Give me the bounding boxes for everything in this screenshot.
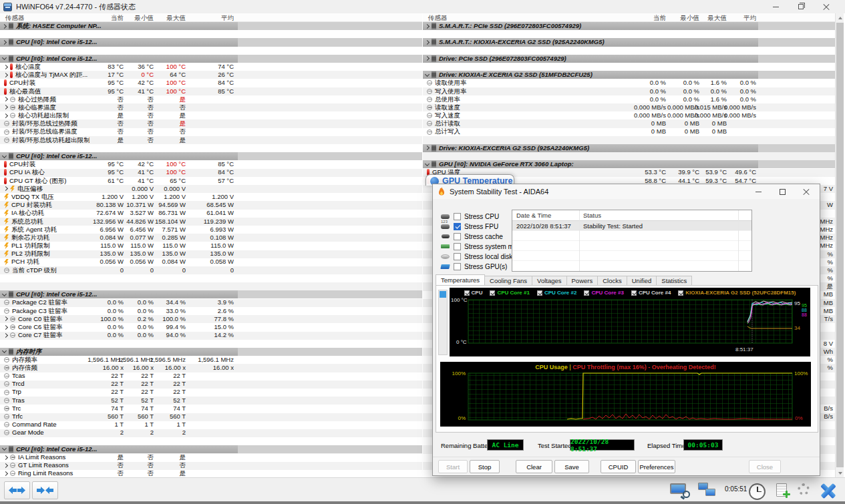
checkbox-checked-icon[interactable]	[537, 290, 542, 296]
sensor-row[interactable]: CPU GT 核心 (图形)61 °C41 °C65 °C57 °C	[0, 177, 422, 185]
expand-icon[interactable]	[4, 455, 8, 459]
sensor-row[interactable]: 当前 cTDP 级别0000	[0, 266, 422, 274]
sensor-row[interactable]: PL1 功耗限制115.0 W115.0 W115.0 W115.0 W	[0, 242, 422, 250]
sensor-row[interactable]: 总计读取0 MB0 MB0 MB	[423, 119, 835, 128]
sensor-row[interactable]: CPU封装95 °C42 °C100 °C84 °C	[0, 79, 422, 87]
checkbox-checked-icon[interactable]	[490, 290, 495, 296]
sensor-row[interactable]: VDDQ TX 电压1.200 V1.200 V1.200 V1.200 V	[0, 193, 422, 201]
close-button[interactable]: Close	[749, 460, 781, 473]
column-sensor[interactable]: 传感器	[5, 13, 25, 22]
sensor-row[interactable]: Core C7 驻留率0.0 %0.0 %94.0 %14.2 %	[0, 331, 422, 339]
sensor-row[interactable]: 总计写入0 MB0 MB0 MB	[423, 128, 835, 136]
sensor-row[interactable]: PCH 功耗0.056 W0.056 W0.084 W0.058 W	[0, 258, 422, 266]
sensor-row[interactable]: Core C6 驻留率0.0 %0.0 %99.4 %15.0 %	[0, 323, 422, 331]
sensor-row[interactable]: 剩余芯片功耗0.084 W0.077 W0.285 W0.108 W	[0, 234, 422, 242]
sensor-row[interactable]: 总使用率0.0 %0.0 %1.6 %0.0 %	[423, 95, 835, 103]
sensor-row[interactable]: 核心最高值95 °C41 °C100 °C85 °C	[0, 87, 422, 95]
sensor-group-row[interactable]: CPU [#0]: Intel Core i5-12...	[0, 445, 422, 453]
checkbox[interactable]	[454, 243, 461, 250]
tab-statistics[interactable]: Statistics	[657, 276, 692, 286]
stop-button[interactable]: Stop	[470, 460, 500, 473]
slider-thumb[interactable]	[440, 291, 446, 298]
collapse-icon[interactable]	[425, 72, 430, 77]
scrollbar-thumb[interactable]	[836, 23, 844, 467]
sensor-row[interactable]: 写入速度0.000 MB/s0.000 MB/s0.000 MB/s0.000 …	[423, 111, 835, 119]
checkbox-checked-icon[interactable]	[631, 290, 637, 296]
tab-powers[interactable]: Powers	[567, 276, 599, 286]
close-sensors-button[interactable]	[819, 481, 842, 499]
expand-icon[interactable]	[4, 97, 8, 101]
sensor-group-row[interactable]: Drive: KIOXIA-EXCERIA G2 SSD (925A2240KM…	[423, 144, 835, 152]
expand-icon[interactable]	[4, 316, 8, 321]
collapse-icon[interactable]	[2, 348, 7, 353]
sensor-row[interactable]: 核心温度与 TjMAX 的距...17 °C0 °C64 °C26 °C	[0, 71, 422, 79]
preferences-button[interactable]: Preferences	[638, 460, 675, 473]
collapse-icon[interactable]	[2, 55, 7, 60]
sensor-row[interactable]: 核心温度83 °C36 °C100 °C74 °C	[0, 63, 422, 71]
chart-scale-slider[interactable]	[438, 290, 448, 355]
collapse-icon[interactable]	[425, 162, 430, 166]
sensor-row[interactable]: Trp22 T22 T22 T	[0, 388, 422, 396]
sensor-row[interactable]: Gear Mode222	[0, 429, 422, 437]
sensor-row[interactable]: 核心功耗超出限制是否是	[0, 111, 422, 119]
sensor-group-row[interactable]: CPU [#0]: Intel Core i5-12...	[0, 38, 422, 46]
scroll-down-button[interactable]	[836, 469, 844, 477]
stress-option-stress-cache[interactable]: Stress cache	[440, 232, 503, 240]
expand-columns-button[interactable]	[4, 481, 30, 499]
sensor-group-row[interactable]: 系统: HASEE Computer NP...	[0, 22, 422, 30]
sensor-scan-button[interactable]	[669, 481, 691, 499]
legend-item[interactable]: CPU Core #4	[631, 290, 671, 296]
column-average[interactable]: 平均	[708, 13, 756, 22]
column-maximum[interactable]: 最大值	[138, 13, 186, 22]
column-header-row[interactable]: 传感器 当前 最小值 最大值 平均	[0, 13, 422, 22]
legend-item[interactable]: KIOXIA-EXCERIA G2 SSD (52UFC28DFM15)	[678, 290, 796, 296]
sensor-row[interactable]: 内存倍频16.00 x16.00 x16.00 x16.00 x	[0, 364, 422, 372]
sensor-row[interactable]: IA 核心功耗72.674 W3.527 W86.731 W61.041 W	[0, 209, 422, 217]
sensor-group-row[interactable]: S.M.A.R.T.: PCIe SSD (296E072803FC005749…	[423, 22, 835, 30]
restore-button[interactable]	[788, 0, 814, 13]
tab-clocks[interactable]: Clocks	[598, 276, 627, 286]
expand-icon[interactable]	[4, 113, 8, 118]
remote-monitoring-button[interactable]	[697, 481, 719, 499]
checkbox[interactable]	[454, 253, 461, 260]
checkbox[interactable]	[454, 223, 461, 230]
scroll-up-button[interactable]	[836, 13, 844, 22]
save-button[interactable]: Save	[554, 460, 589, 473]
sensor-row[interactable]: 核心过热降频否否是	[0, 95, 422, 103]
sensor-row[interactable]: 封装/环形总线过热降频否否是	[0, 119, 422, 128]
sensor-row[interactable]: 核心临界温度否否否	[0, 103, 422, 111]
checkbox-checked-icon[interactable]	[584, 290, 589, 296]
sensor-row[interactable]: Trc74 T74 T74 T	[0, 405, 422, 413]
sensor-row[interactable]: 封装/环形总线功耗超出限制是否是	[0, 136, 422, 144]
sensor-group-row[interactable]: CPU [#0]: Intel Core i5-12...	[0, 55, 422, 63]
close-button[interactable]	[814, 0, 839, 13]
sensor-row[interactable]: 内存频率1,596.1 MHz1,596.1 MHz1,596.5 MHz1,5…	[0, 356, 422, 364]
sensor-row[interactable]: PL2 功耗限制135.0 W135.0 W135.0 W135.0 W	[0, 250, 422, 258]
sensor-row[interactable]: CPU封装95 °C42 °C100 °C85 °C	[0, 160, 422, 168]
sensor-group-row[interactable]: CPU [#0]: Intel Core i5-12...	[0, 290, 422, 298]
test-log-table[interactable]: Date & Time Status 2022/10/28 8:51:37 St…	[512, 210, 752, 272]
expand-icon[interactable]	[4, 471, 8, 476]
checkbox[interactable]	[454, 213, 461, 220]
checkbox[interactable]	[454, 233, 461, 240]
sensor-row[interactable]: CPU 封装功耗80.138 W10.371 W94.569 W68.545 W	[0, 201, 422, 209]
sensor-row[interactable]: 封装/环形总线临界温度否否否	[0, 128, 422, 136]
checkbox-checked-icon[interactable]	[464, 290, 470, 296]
stress-option-stress-fpu[interactable]: Stress FPU	[440, 222, 498, 230]
legend-item[interactable]: CPU	[464, 290, 483, 296]
sensor-group-row[interactable]: S.M.A.R.T.: KIOXIA-EXCERIA G2 SSD (925A2…	[423, 38, 835, 46]
sensor-group-row[interactable]: Drive: PCIe SSD (296E072803FC00574929)	[423, 55, 835, 63]
sensor-row[interactable]: Tras52 T52 T52 T	[0, 397, 422, 405]
column-average[interactable]: 平均	[186, 13, 234, 22]
aida-close-button[interactable]	[796, 184, 817, 199]
checkbox[interactable]	[454, 263, 461, 270]
vertical-scrollbar[interactable]	[835, 13, 844, 477]
legend-item[interactable]: CPU Core #1	[490, 290, 529, 296]
expand-icon[interactable]	[4, 186, 8, 191]
expand-icon[interactable]	[4, 73, 8, 77]
log-row[interactable]: 2022/10/28 8:51:37 Stability Test: Start…	[512, 221, 751, 231]
sensor-row[interactable]: Package C2 驻留率0.0 %0.0 %34.4 %3.9 %	[0, 298, 422, 306]
sensor-row[interactable]: 系统 Agent 功耗6.956 W6.456 W7.571 W6.993 W	[0, 226, 422, 234]
collapse-icon[interactable]	[2, 292, 7, 296]
stress-option-stress-gpu-s-[interactable]: Stress GPU(s)	[440, 262, 507, 270]
